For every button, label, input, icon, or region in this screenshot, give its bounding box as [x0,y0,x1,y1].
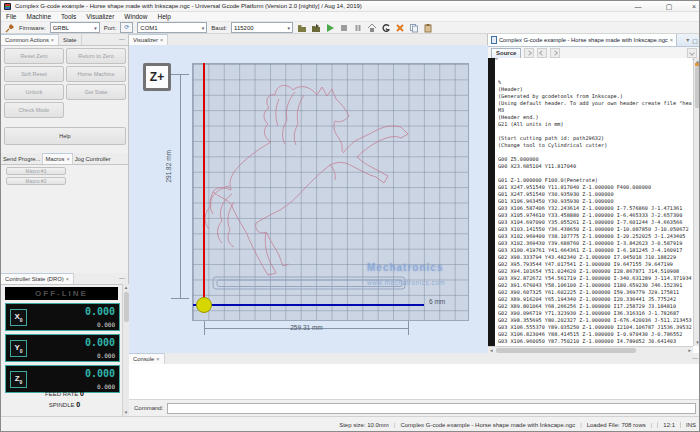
soft-reset-icon[interactable] [395,23,405,33]
common-action-button[interactable]: Unlock [4,84,64,100]
code-line: (Using default header. To add your own h… [498,100,692,107]
tab-gcode-file[interactable]: Complex G-code example - Horse shape mad… [488,34,677,46]
tab-macros[interactable]: Macros × [43,153,72,164]
minimize-panel-icon[interactable]: — [116,273,128,284]
common-action-button[interactable]: Home Machine [66,66,126,82]
menu-item[interactable]: Visualizer [81,12,119,21]
common-action-button[interactable]: Get State [66,84,126,100]
console-output[interactable] [129,364,700,400]
copy-icon[interactable] [409,23,419,33]
close-icon[interactable]: × [156,356,159,362]
gcode-source[interactable]: %(Header)(Generated by gcodetools from I… [498,58,692,346]
open-recent-file-icon[interactable] [311,23,321,33]
common-action-button[interactable]: Return to Zero [66,48,126,64]
source-view-button[interactable]: Source [491,48,521,59]
code-line: G02 X106.823046 Y88.414515 Z-1.000000 I-… [498,331,692,338]
paste-clipboard-icon[interactable] [423,23,433,33]
return-to-zero-icon[interactable] [381,23,391,33]
close-icon[interactable]: × [66,156,69,162]
menu-bar: FileMachineToolsVisualizerWindowHelp [1,12,700,22]
code-line: G01 Z-1.000000 F100.0(Penetrate) [498,177,692,184]
command-input[interactable] [167,403,696,414]
axis-work-position: 0.000 [85,306,115,317]
menu-item[interactable]: Tools [56,12,81,21]
file-icon [491,36,497,44]
menu-item[interactable]: Help [152,12,175,21]
code-line: G03 X102.369430 Y39.688760 Z-1.000000 I-… [498,240,692,247]
window-title: Complex G-code example - Horse shape mad… [15,1,362,12]
menu-item[interactable]: Machine [21,12,56,21]
dro-axes: X0 0.000 0.000 Y0 0.000 0.000 Z0 0.000 0… [1,303,122,416]
baud-select[interactable]: 115200▾ [231,22,293,33]
common-action-button[interactable]: Soft Reset [4,66,64,82]
macro-button[interactable]: Macro #2 [6,177,66,185]
port-select[interactable]: COM1▾ [137,22,207,33]
app-icon [4,3,11,10]
tab-controller-state[interactable]: Controller State (DRO) × [1,273,74,284]
minimize-button[interactable]: — [631,1,645,12]
firmware-select[interactable]: GRBL▾ [50,22,100,33]
axis-zero-button[interactable]: Y0 [10,340,27,357]
common-action-button[interactable]: Reset Zero [4,48,64,64]
chevron-down-icon: ▾ [202,25,205,31]
feed-rate-value: 0 [80,390,84,397]
common-action-button[interactable]: Check Mode [4,102,64,118]
maximize-button[interactable]: ▢ [662,1,676,12]
maximize-editor-icon[interactable]: ▢ [692,37,700,44]
minimize-panel-icon[interactable]: — [689,353,700,364]
code-line: G02 X89.801064 Y68.266256 Z-1.000000 I17… [498,303,692,310]
jump-back-icon[interactable] [537,48,547,58]
menu-item[interactable]: File [1,12,21,21]
tab-common-actions[interactable]: Common Actions × [1,34,59,45]
gcode-editor-panel: Complex G-code example - Horse shape mad… [488,34,700,353]
close-button[interactable]: × [687,1,700,12]
close-icon[interactable]: × [51,37,54,43]
editor-vscrollbar[interactable]: ▲ ▼ [693,58,700,346]
connect-plug-icon[interactable] [5,23,15,33]
axis-zero-button[interactable]: X0 [10,309,27,326]
tab-console[interactable]: Console × [129,353,165,364]
x-axis-line [193,304,424,306]
tab-send-progress[interactable]: Send Progre... [1,153,43,164]
code-line: G01 X247.951540 Y30.935930 Z-1.000000 [498,191,692,198]
play-icon[interactable] [325,23,335,33]
spindle-row: SPINDLE 0 [1,401,128,408]
tab-jog-controller[interactable]: Jog Controller [73,153,113,164]
controller-state-panel: Controller State (DRO) × — OFF-LINE X0 0… [1,273,129,416]
menu-item[interactable]: Window [119,12,152,21]
command-row: Command: [129,400,700,416]
macro-button[interactable]: Macro #1 [6,167,66,175]
port-refresh-button[interactable]: ⟳ [120,22,133,33]
ugs-window: Complex G-code example - Horse shape mad… [0,0,700,432]
status-bar: Step size: 10.0mm | Complex G-code examp… [1,416,700,432]
pause-icon[interactable] [353,23,363,33]
code-line: (Start cutting path id: path29632) [498,135,692,142]
dro-scrollbar[interactable]: ▲ ▼ [122,284,129,416]
close-icon[interactable]: × [66,276,69,282]
firmware-label: Firmware: [19,25,46,31]
tab-state[interactable]: State [59,34,82,45]
last-edit-icon[interactable] [524,48,534,58]
jump-forward-icon[interactable] [550,48,560,58]
macros-tabbar: Send Progre... Macros × Jog Controller [1,153,128,165]
help-button[interactable]: Help [4,127,126,145]
code-line: (Header) [498,86,692,93]
connection-status: OFF-LINE [5,287,118,300]
code-line: G00 Z5.000000 [498,156,692,163]
editor-hscrollbar[interactable]: ◄ ► [488,346,693,353]
stop-icon[interactable] [339,23,349,33]
close-icon[interactable]: × [670,37,673,43]
tab-visualizer[interactable]: Visualizer × [129,34,168,45]
minimize-panel-icon[interactable]: — [116,34,128,45]
z-axis-indicator: Z+ [143,63,171,91]
home-icon[interactable] [367,23,377,33]
axis-zero-button[interactable]: Z0 [10,371,27,388]
editor-options-icon[interactable] [687,48,697,58]
code-line: G03 X103.141550 Y36.438650 Z-1.000000 I-… [498,226,692,233]
y-axis-line [203,63,205,304]
tab-list-dropdown-icon[interactable]: ▾ [683,34,692,46]
open-file-icon[interactable] [297,23,307,33]
visualizer-canvas[interactable]: 6 mm Z+ 291.82 mm 259.31 mm Mechatronics… [129,45,488,353]
code-line: G03 X106.555370 Y89.035250 Z-1.000000 I2… [498,324,692,331]
close-icon[interactable]: × [160,37,163,43]
